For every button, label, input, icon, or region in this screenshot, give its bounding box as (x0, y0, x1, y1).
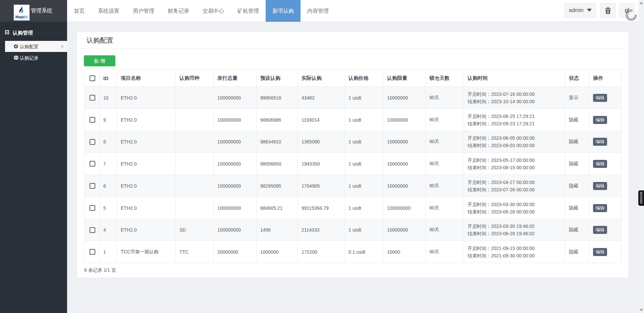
svg-text:Huobi: Huobi (15, 14, 28, 19)
